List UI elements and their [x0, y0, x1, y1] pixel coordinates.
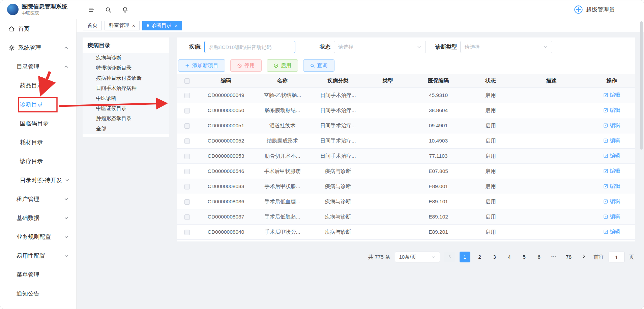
sidebar-item-11[interactable]: 业务规则配置	[0, 227, 76, 246]
chevron-left-icon	[447, 254, 452, 260]
cell-disease-category: 疾病与诊断	[310, 183, 366, 190]
menu-collapse-icon[interactable]	[88, 6, 95, 13]
row-checkbox[interactable]	[184, 199, 190, 205]
catalog-item-4[interactable]: 中医诊断	[83, 93, 169, 103]
page-button-4[interactable]: 4	[504, 252, 515, 262]
sidebar-item-8[interactable]: 目录对照-待开发	[0, 171, 76, 189]
row-checkbox[interactable]	[184, 230, 190, 235]
sidebar-item-7[interactable]: 诊疗目录	[0, 152, 76, 171]
column-header-7: 操作	[588, 77, 635, 84]
edit-button[interactable]: 编辑	[603, 213, 620, 220]
sidebar-item-4[interactable]: 诊断目录	[0, 95, 76, 114]
catalog-item-7[interactable]: 全部	[83, 124, 169, 134]
search-icon[interactable]	[105, 6, 112, 13]
edit-button[interactable]: 编辑	[603, 228, 620, 235]
row-checkbox[interactable]	[184, 138, 190, 144]
row-checkbox[interactable]	[184, 214, 190, 220]
sidebar-item-3[interactable]: 药品目录	[0, 76, 76, 95]
prev-page-button[interactable]	[444, 252, 455, 262]
status-select-placeholder: 请选择	[338, 44, 353, 50]
tab-0[interactable]: 首页	[83, 21, 102, 30]
cell-code: CD0000008033	[197, 183, 255, 189]
sidebar-item-10[interactable]: 基础数据	[0, 208, 76, 227]
catalog-item-6[interactable]: 肿瘤形态学目录	[83, 113, 169, 124]
page-button-1[interactable]: 1	[460, 252, 470, 262]
row-checkbox[interactable]	[184, 93, 190, 98]
disable-button[interactable]: 停用	[230, 59, 262, 72]
page-ellipsis[interactable]: •••	[549, 252, 559, 262]
tabbar: 首页科室管理×诊断目录×	[77, 19, 644, 32]
tab-1[interactable]: 科室管理×	[105, 21, 140, 30]
enable-button[interactable]: 启用	[267, 59, 298, 72]
sidebar-item-14[interactable]: 通知公告	[0, 284, 76, 303]
sidebar-item-2[interactable]: 目录管理	[0, 57, 76, 76]
tab-2[interactable]: 诊断目录×	[142, 21, 182, 30]
add-item-button[interactable]: 添加新项目	[178, 59, 225, 72]
edit-button[interactable]: 编辑	[603, 137, 620, 144]
tab-close-icon[interactable]: ×	[175, 23, 178, 28]
tab-label: 科室管理	[109, 22, 129, 29]
scrollbar[interactable]	[640, 21, 643, 150]
next-page-button[interactable]	[579, 252, 589, 262]
sidebar-item-1[interactable]: 系统管理	[0, 38, 76, 57]
edit-button[interactable]: 编辑	[603, 152, 620, 159]
row-checkbox[interactable]	[184, 184, 190, 189]
row-checkbox[interactable]	[184, 169, 190, 174]
catalog-item-5[interactable]: 中医证候目录	[83, 103, 169, 113]
sidebar-item-5[interactable]: 国临码目录	[0, 114, 76, 133]
sidebar-item-label: 通知公告	[17, 290, 69, 298]
edit-button[interactable]: 编辑	[603, 168, 620, 175]
page-button-2[interactable]: 2	[474, 252, 485, 262]
diagnosis-type-select[interactable]: 请选择	[460, 41, 552, 53]
bell-icon[interactable]	[122, 6, 128, 13]
cell-disease-category: 日间手术治疗...	[310, 153, 366, 160]
sidebar-item-13[interactable]: 菜单管理	[0, 265, 76, 284]
column-header-0: 编码	[197, 77, 255, 84]
user-area[interactable]: 超级管理员	[574, 5, 615, 14]
page-size-select[interactable]: 10条/页	[395, 252, 440, 262]
main-area: 首页科室管理×诊断目录× 疾病目录 疾病与诊断特慢病诊断目录按病种目录付费诊断日…	[77, 19, 644, 309]
column-header-4: 医保编码	[410, 77, 467, 84]
row-checkbox[interactable]	[184, 123, 190, 129]
page-button-5[interactable]: 5	[519, 252, 530, 262]
row-checkbox[interactable]	[184, 108, 190, 113]
catalog-item-1[interactable]: 特慢病诊断目录	[83, 63, 169, 73]
search-icon	[310, 63, 315, 68]
table-body: CD0000000049 空肠-乙状结肠... 日间手术治疗... 45.931…	[177, 88, 635, 240]
app-logo	[7, 4, 19, 15]
catalog-item-2[interactable]: 按病种目录付费诊断	[83, 73, 169, 83]
cell-name: 结膜囊成形术	[255, 137, 310, 145]
edit-button[interactable]: 编辑	[603, 92, 620, 99]
row-checkbox[interactable]	[184, 154, 190, 159]
table-row: CD0000008037 手术后低胰岛... 疾病与诊断 E89.102 启用 …	[177, 209, 635, 225]
edit-icon	[603, 169, 608, 174]
sidebar-item-label: 诊疗目录	[20, 157, 43, 165]
sidebar-item-label: 药品目录	[20, 82, 43, 89]
sidebar-item-9[interactable]: 租户管理	[0, 189, 76, 208]
tab-close-icon[interactable]: ×	[132, 23, 135, 28]
sidebar-item-label: 目录对照-待开发	[20, 176, 62, 184]
table-row: CD0000000051 泪道挂线术 日间手术治疗... 09.4901 启用 …	[177, 118, 635, 133]
edit-button[interactable]: 编辑	[603, 122, 620, 129]
disease-search-input[interactable]	[204, 41, 295, 53]
sidebar-item-0[interactable]: 首页	[0, 19, 76, 38]
goto-page-input[interactable]	[609, 252, 625, 262]
edit-button[interactable]: 编辑	[603, 183, 620, 190]
status-select[interactable]: 请选择	[334, 41, 426, 53]
chevron-right-icon	[582, 254, 586, 260]
disease-filter-label: 疾病:	[189, 44, 202, 51]
page-button-6[interactable]: 6	[534, 252, 545, 262]
edit-button[interactable]: 编辑	[603, 107, 620, 114]
edit-button[interactable]: 编辑	[603, 198, 620, 205]
query-button[interactable]: 查询	[303, 59, 334, 72]
sidebar-item-6[interactable]: 耗材目录	[0, 133, 76, 152]
edit-icon	[603, 153, 608, 158]
edit-icon	[603, 123, 608, 128]
page-button-3[interactable]: 3	[489, 252, 500, 262]
select-all-checkbox[interactable]	[184, 78, 190, 84]
sidebar-item-12[interactable]: 易用性配置	[0, 246, 76, 265]
edit-label: 编辑	[610, 122, 620, 129]
catalog-item-3[interactable]: 日间手术治疗病种	[83, 83, 169, 93]
catalog-item-0[interactable]: 疾病与诊断	[83, 53, 169, 63]
page-button-78[interactable]: 78	[563, 252, 574, 262]
